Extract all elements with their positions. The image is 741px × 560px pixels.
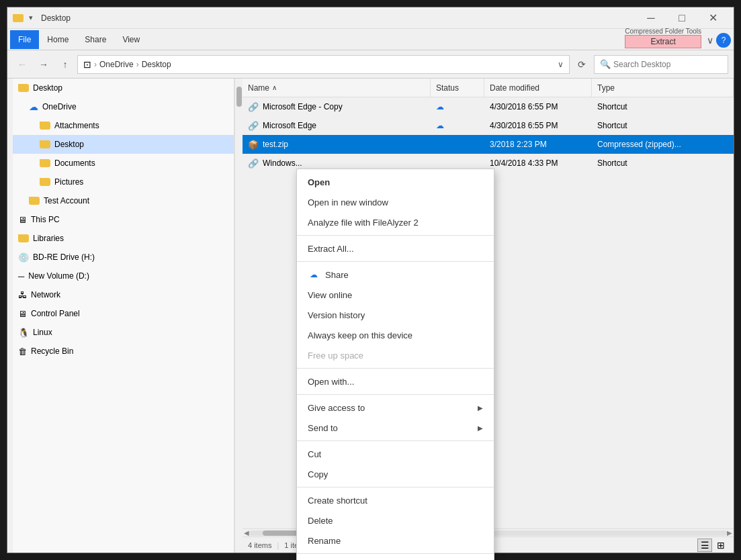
nav-item-test-account[interactable]: Test Account	[13, 191, 234, 210]
address-desktop: Desktop	[142, 60, 171, 69]
ctx-properties[interactable]: Properties	[297, 557, 494, 560]
nav-pane: Desktop ☁ OneDrive Attachments Desktop	[13, 79, 234, 553]
table-row[interactable]: 🔗 Microsoft Edge - Copy ☁ 4/30/2018 6:55…	[243, 97, 734, 116]
nav-label: Pictures	[54, 177, 83, 187]
ctx-view-online[interactable]: View online	[297, 285, 494, 305]
scroll-right-btn[interactable]: ▶	[727, 529, 732, 536]
tab-home[interactable]: Home	[39, 30, 77, 49]
ctx-separator	[297, 368, 494, 369]
ctx-open[interactable]: Open	[297, 172, 494, 192]
cloud-icon: ☁	[436, 102, 444, 111]
file-type-cell: Shortcut	[592, 116, 734, 135]
onedrive-icon: ☁	[29, 101, 38, 112]
help-button[interactable]: ?	[716, 33, 731, 48]
file-date-cell: 3/2018 2:23 PM	[484, 135, 592, 154]
ctx-item-label: Open	[308, 177, 330, 187]
ribbon-chevron[interactable]: ∨	[707, 35, 713, 46]
forward-button[interactable]: →	[34, 55, 53, 74]
nav-item-network[interactable]: 🖧 Network	[13, 285, 234, 304]
file-date-cell: 4/30/2018 6:55 PM	[484, 97, 592, 116]
address-onedrive: OneDrive	[99, 60, 134, 69]
quick-access-icon: ▾	[29, 13, 33, 22]
up-button[interactable]: ↑	[56, 55, 75, 74]
nav-folder-icon	[40, 178, 50, 186]
context-menu: Open Open in new window Analyze file wit…	[296, 169, 494, 560]
nav-scrollbar[interactable]	[234, 79, 243, 553]
large-icon-view-button[interactable]: ⊞	[713, 539, 728, 552]
address-bar[interactable]: ⊡ › OneDrive › Desktop ∨	[77, 55, 570, 74]
search-bar[interactable]: 🔍	[594, 55, 728, 74]
shortcut-icon: 🔗	[248, 102, 259, 112]
ctx-item-label: Analyze file with FileAlyzer 2	[308, 218, 419, 228]
item-count: 4 items	[248, 541, 271, 549]
list-view-button[interactable]: ☰	[697, 539, 712, 552]
search-input[interactable]	[613, 60, 722, 69]
extract-tab-btn[interactable]: Extract	[625, 35, 701, 48]
col-header-type[interactable]: Type	[592, 79, 734, 97]
address-chevron[interactable]: ∨	[558, 60, 564, 69]
ctx-item-label: View online	[308, 290, 352, 300]
close-button[interactable]: ✕	[697, 7, 728, 29]
extra-tab-group: Compressed Folder Tools Extract	[625, 30, 701, 50]
table-row[interactable]: 🔗 Microsoft Edge ☁ 4/30/2018 6:55 PM Sho…	[243, 116, 734, 135]
nav-item-bd-drive[interactable]: 💿 BD-RE Drive (H:)	[13, 248, 234, 267]
network-icon: 🖧	[18, 290, 27, 300]
nav-item-documents[interactable]: Documents	[13, 154, 234, 173]
cloud-icon: ☁	[308, 269, 320, 281]
nav-label: Test Account	[44, 196, 89, 205]
ctx-share[interactable]: ☁ Share	[297, 265, 494, 285]
ctx-rename[interactable]: Rename	[297, 530, 494, 551]
tab-view[interactable]: View	[114, 30, 148, 49]
title-bar-controls: ─ □ ✕	[636, 7, 728, 29]
ctx-give-access[interactable]: Give access to ▶	[297, 398, 494, 418]
address-folder-icon: ⊡	[83, 59, 91, 70]
ctx-copy[interactable]: Copy	[297, 464, 494, 484]
search-icon: 🔍	[600, 59, 611, 69]
nav-label: Desktop	[33, 83, 62, 93]
nav-label: New Volume (D:)	[28, 271, 89, 281]
ctx-create-shortcut[interactable]: Create shortcut	[297, 490, 494, 510]
ctx-version-history[interactable]: Version history	[297, 305, 494, 325]
view-controls: ☰ ⊞	[697, 539, 728, 552]
scroll-left-btn[interactable]: ◀	[244, 529, 249, 536]
minimize-button[interactable]: ─	[636, 7, 666, 29]
submenu-arrow: ▶	[478, 424, 483, 432]
ctx-extract-all[interactable]: Extract All...	[297, 238, 494, 259]
nav-item-control-panel[interactable]: 🖥 Control Panel	[13, 304, 234, 323]
ctx-item-label: Copy	[308, 469, 328, 479]
nav-item-recycle-bin[interactable]: 🗑 Recycle Bin	[13, 342, 234, 361]
col-header-name[interactable]: Name ∧	[243, 79, 431, 97]
file-status-cell: ☁	[431, 116, 484, 135]
ctx-send-to[interactable]: Send to ▶	[297, 418, 494, 438]
ctx-item-label: Delete	[308, 516, 333, 526]
tab-share[interactable]: Share	[77, 30, 114, 49]
ctx-item-label: Create shortcut	[308, 496, 367, 506]
col-header-status[interactable]: Status	[431, 79, 484, 97]
ctx-cut[interactable]: Cut	[297, 444, 494, 464]
ctx-open-with[interactable]: Open with...	[297, 371, 494, 391]
explorer-window: ▾ Desktop ─ □ ✕ File Home Share View Com…	[7, 7, 734, 553]
ctx-delete[interactable]: Delete	[297, 510, 494, 530]
nav-item-libraries[interactable]: Libraries	[13, 229, 234, 248]
nav-item-pictures[interactable]: Pictures	[13, 173, 234, 191]
file-name-cell: 📦 test.zip	[243, 135, 431, 154]
nav-item-desktop-top[interactable]: Desktop	[13, 79, 234, 97]
refresh-button[interactable]: ⟳	[572, 55, 591, 74]
ctx-item-label: Extract All...	[308, 244, 354, 254]
maximize-button[interactable]: □	[666, 7, 697, 29]
ctx-keep-on-device[interactable]: Always keep on this device	[297, 325, 494, 345]
tab-file[interactable]: File	[10, 30, 39, 49]
nav-item-attachments[interactable]: Attachments	[13, 116, 234, 135]
ctx-analyze[interactable]: Analyze file with FileAlyzer 2	[297, 212, 494, 232]
table-row[interactable]: 📦 test.zip 3/2018 2:23 PM Compressed (zi…	[243, 135, 734, 154]
col-header-date[interactable]: Date modified	[484, 79, 592, 97]
nav-label: Attachments	[54, 121, 99, 130]
nav-item-onedrive[interactable]: ☁ OneDrive	[13, 97, 234, 116]
nav-item-linux[interactable]: 🐧 Linux	[13, 323, 234, 342]
nav-item-this-pc[interactable]: 🖥 This PC	[13, 210, 234, 229]
nav-item-desktop-selected[interactable]: Desktop	[13, 135, 234, 154]
ctx-open-new-window[interactable]: Open in new window	[297, 192, 494, 212]
back-button[interactable]: ←	[13, 55, 32, 74]
nav-item-new-volume[interactable]: ─ New Volume (D:)	[13, 267, 234, 285]
nav-label: Documents	[54, 158, 95, 168]
